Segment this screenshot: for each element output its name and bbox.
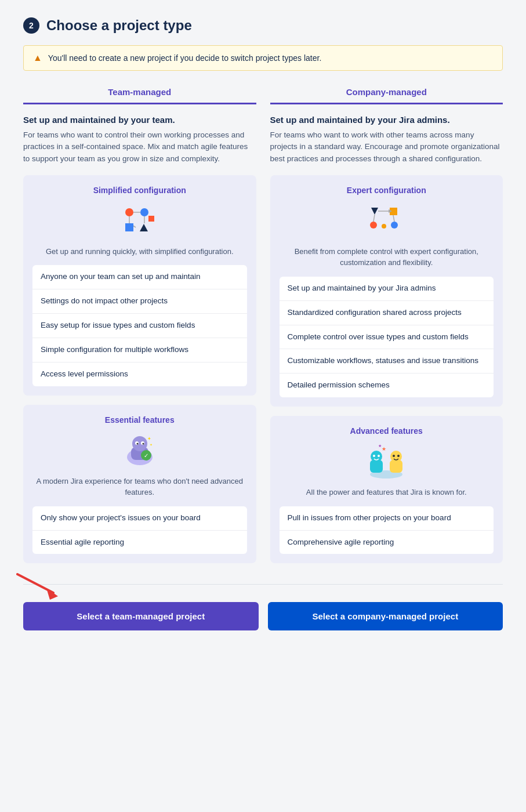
page-title: Choose a project type	[46, 17, 192, 34]
company-description-text: For teams who want to work with other te…	[270, 129, 503, 165]
svg-point-32	[373, 455, 375, 457]
company-config-feature-4: Customizable workflows, statuses and iss…	[280, 349, 494, 374]
svg-marker-41	[46, 588, 58, 600]
company-config-icon-area	[280, 203, 494, 238]
svg-text:✦: ✦	[147, 436, 151, 441]
expert-config-icon	[363, 204, 409, 236]
company-config-card: Expert configuration	[270, 175, 503, 407]
bottom-buttons-section: Select a team-managed project Select a c…	[23, 602, 503, 630]
team-features-feature-2: Essential agile reporting	[32, 531, 247, 554]
company-config-feature-1: Set up and maintained by your Jira admin…	[280, 277, 494, 301]
company-config-feature-list: Set up and maintained by your Jira admin…	[280, 277, 494, 397]
team-features-feature-list: Only show your project's issues on your …	[32, 506, 247, 554]
advanced-features-icon: ★ ★	[363, 443, 409, 480]
warning-banner: ▲ You'll need to create a new project if…	[23, 45, 503, 71]
select-company-managed-button[interactable]: Select a company-managed project	[268, 602, 503, 630]
team-config-feature-2: Settings do not impact other projects	[32, 289, 247, 314]
team-config-feature-list: Anyone on your team can set up and maint…	[32, 265, 247, 386]
company-features-feature-1: Pull in issues from other projects on yo…	[280, 506, 494, 531]
team-config-feature-1: Anyone on your team can set up and maint…	[32, 265, 247, 289]
company-features-feature-list: Pull in issues from other projects on yo…	[280, 506, 494, 554]
company-features-desc: All the power and features that Jira is …	[280, 487, 494, 498]
team-config-feature-5: Access level permissions	[32, 362, 247, 386]
svg-marker-7	[140, 224, 148, 231]
team-features-title: Essential features	[32, 415, 247, 425]
svg-text:★: ★	[382, 446, 386, 452]
team-features-icon-area: ✦ ✦ ✓	[32, 433, 247, 467]
svg-point-23	[391, 222, 398, 229]
step-indicator: 2	[23, 17, 39, 34]
company-managed-column: Company-managed Set up and maintained by…	[270, 87, 503, 572]
svg-point-35	[390, 451, 402, 462]
svg-rect-6	[125, 223, 133, 231]
essential-features-icon: ✦ ✦ ✓	[119, 431, 160, 469]
company-config-title: Expert configuration	[280, 186, 494, 195]
company-features-icon-area: ★ ★	[280, 444, 494, 478]
svg-line-27	[393, 215, 394, 222]
company-features-feature-2: Comprehensive agile reporting	[280, 531, 494, 554]
svg-point-22	[370, 222, 377, 229]
svg-point-18	[136, 443, 138, 445]
team-managed-column: Team-managed Set up and maintained by yo…	[23, 87, 256, 572]
select-team-managed-button[interactable]: Select a team-managed project	[23, 602, 259, 630]
svg-point-0	[125, 208, 133, 216]
team-config-desc: Get up and running quickly, with simplif…	[32, 246, 247, 258]
company-features-card: Advanced features	[270, 416, 503, 563]
svg-point-28	[382, 224, 386, 229]
svg-line-26	[373, 215, 375, 222]
svg-point-36	[393, 455, 395, 457]
team-config-feature-3: Easy setup for issue types and custom fi…	[32, 314, 247, 338]
company-config-feature-3: Complete control over issue types and cu…	[280, 325, 494, 350]
team-description-title: Set up and maintained by your team.	[23, 115, 256, 125]
svg-text:★: ★	[378, 444, 382, 448]
team-config-title: Simplified configuration	[32, 186, 247, 195]
svg-point-11	[132, 436, 147, 451]
team-config-card: Simplified configuration	[23, 175, 256, 396]
company-features-title: Advanced features	[280, 426, 494, 436]
svg-text:✦: ✦	[150, 443, 153, 447]
company-config-feature-2: Standardized configuration shared across…	[280, 301, 494, 325]
project-type-columns: Team-managed Set up and maintained by yo…	[23, 87, 503, 572]
team-features-feature-1: Only show your project's issues on your …	[32, 506, 247, 531]
arrow-indicator	[12, 568, 64, 600]
page-header: 2 Choose a project type	[23, 17, 503, 34]
company-column-header: Company-managed	[270, 87, 503, 104]
svg-rect-8	[148, 216, 154, 222]
warning-text: You'll need to create a new project if y…	[48, 53, 321, 63]
team-description-text: For teams who want to control their own …	[23, 129, 256, 165]
svg-point-1	[140, 208, 148, 216]
team-config-icon-area	[32, 203, 247, 238]
team-config-feature-4: Simple configuration for multiple workfl…	[32, 338, 247, 362]
team-features-card: Essential features ✦ ✦ ✓	[23, 405, 256, 564]
warning-icon: ▲	[33, 53, 42, 63]
svg-point-19	[142, 443, 144, 445]
svg-marker-20	[371, 208, 378, 215]
svg-point-31	[371, 451, 382, 462]
company-config-feature-5: Detailed permission schemes	[280, 374, 494, 397]
team-column-header: Team-managed	[23, 87, 256, 104]
simplified-config-icon	[117, 204, 163, 236]
bottom-divider	[23, 584, 503, 585]
company-config-desc: Benefit from complete control with exper…	[280, 246, 494, 269]
company-description-title: Set up and maintained by your Jira admin…	[270, 115, 503, 125]
svg-point-37	[397, 455, 400, 457]
team-features-desc: A modern Jira experience for teams who d…	[32, 476, 247, 498]
svg-text:✓: ✓	[144, 452, 148, 459]
svg-point-33	[378, 455, 380, 457]
